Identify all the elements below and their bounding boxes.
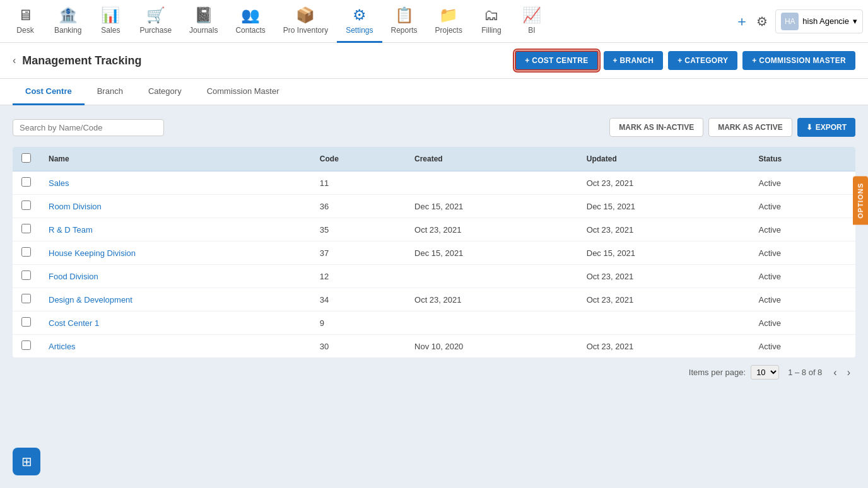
- nav-item-bi[interactable]: 📈 BI: [512, 0, 552, 43]
- nav-item-projects[interactable]: 📁 Projects: [426, 0, 471, 43]
- export-button[interactable]: ⬇ EXPORT: [797, 118, 855, 137]
- nav-item-journals[interactable]: 📓 Journals: [180, 0, 226, 43]
- nav-right: ＋ ⚙ HA hish Agencie ▾: [735, 9, 863, 33]
- toolbar: MARK AS IN-ACTIVE MARK AS ACTIVE ⬇ EXPOR…: [13, 118, 855, 137]
- add-button[interactable]: ＋: [735, 12, 749, 31]
- mark-active-button[interactable]: MARK AS ACTIVE: [708, 118, 792, 137]
- add-category-button[interactable]: + CATEGORY: [668, 51, 737, 70]
- nav-label-contacts: Contacts: [235, 26, 265, 35]
- tab-category[interactable]: Category: [136, 79, 194, 105]
- nav-item-contacts[interactable]: 👥 Contacts: [226, 0, 274, 43]
- table-row: Cost Center 1 9 Active: [13, 311, 855, 335]
- row-updated: Dec 15, 2021: [578, 241, 750, 265]
- add-commission-master-button[interactable]: + COMMISSION MASTER: [742, 51, 855, 70]
- row-name[interactable]: Food Division: [40, 265, 311, 288]
- nav-label-filling: Filling: [481, 26, 501, 35]
- table-row: Design & Development 34 Oct 23, 2021 Oct…: [13, 288, 855, 311]
- row-checkbox[interactable]: [21, 270, 31, 280]
- row-checkbox[interactable]: [21, 317, 31, 327]
- row-updated: [578, 311, 750, 335]
- back-button[interactable]: ‹: [13, 55, 16, 66]
- row-updated: Oct 23, 2021: [578, 171, 750, 195]
- select-all-checkbox[interactable]: [21, 153, 31, 163]
- row-code: 9: [311, 311, 406, 335]
- row-created: [406, 265, 578, 288]
- prev-page-button[interactable]: ‹: [831, 367, 839, 378]
- row-created: [406, 311, 578, 335]
- row-status: Active: [749, 288, 855, 311]
- nav-item-reports[interactable]: 📋 Reports: [382, 0, 426, 43]
- row-created: Oct 23, 2021: [406, 218, 578, 241]
- row-name[interactable]: Sales: [40, 171, 311, 195]
- next-page-button[interactable]: ›: [845, 367, 853, 378]
- tab-commission-master[interactable]: Commission Master: [194, 79, 292, 105]
- title-area: ‹ Management Tracking: [13, 54, 141, 67]
- tabs-bar: Cost Centre Branch Category Commission M…: [0, 79, 868, 105]
- mark-inactive-button[interactable]: MARK AS IN-ACTIVE: [609, 118, 703, 137]
- tab-branch[interactable]: Branch: [85, 79, 136, 105]
- journals-icon: 📓: [194, 6, 213, 24]
- header-code: Code: [311, 147, 406, 171]
- page-title: Management Tracking: [22, 54, 141, 67]
- search-input[interactable]: [20, 123, 157, 132]
- row-code: 34: [311, 288, 406, 311]
- user-name: hish Agencie: [802, 16, 849, 26]
- nav-item-purchase[interactable]: 🛒 Purchase: [131, 0, 180, 43]
- gear-icon[interactable]: ⚙: [756, 14, 768, 29]
- user-menu[interactable]: HA hish Agencie ▾: [775, 9, 863, 33]
- chevron-down-icon: ▾: [853, 16, 857, 26]
- nav-item-sales[interactable]: 📊 Sales: [90, 0, 131, 43]
- row-status: Active: [749, 241, 855, 265]
- add-branch-button[interactable]: + BRANCH: [604, 51, 664, 70]
- row-checkbox[interactable]: [21, 294, 31, 303]
- row-checkbox-cell: [13, 288, 40, 311]
- nav-item-banking[interactable]: 🏦 Banking: [45, 0, 90, 43]
- items-per-page-select[interactable]: 10 25 50: [751, 365, 779, 380]
- row-code: 36: [311, 195, 406, 218]
- add-cost-centre-button[interactable]: + COST CENTRE: [515, 50, 598, 71]
- row-checkbox[interactable]: [21, 247, 31, 257]
- row-checkbox[interactable]: [21, 177, 31, 187]
- projects-icon: 📁: [439, 6, 458, 24]
- row-status: Active: [749, 311, 855, 335]
- row-name[interactable]: R & D Team: [40, 218, 311, 241]
- pro-inventory-icon: 📦: [296, 6, 315, 24]
- row-name[interactable]: Room Division: [40, 195, 311, 218]
- nav-item-pro-inventory[interactable]: 📦 Pro Inventory: [274, 0, 337, 43]
- pagination-range: 1 – 8 of 8: [788, 368, 822, 377]
- banking-icon: 🏦: [59, 6, 78, 24]
- row-status: Active: [749, 218, 855, 241]
- nav-item-settings[interactable]: ⚙ Settings: [337, 0, 382, 43]
- row-status: Active: [749, 195, 855, 218]
- row-checkbox-cell: [13, 171, 40, 195]
- row-checkbox[interactable]: [21, 224, 31, 233]
- row-checkbox[interactable]: [21, 340, 31, 350]
- row-checkbox-cell: [13, 311, 40, 335]
- nav-label-journals: Journals: [189, 26, 218, 35]
- row-created: Dec 15, 2021: [406, 241, 578, 265]
- top-navigation: 🖥 Desk 🏦 Banking 📊 Sales 🛒 Purchase 📓 Jo…: [0, 0, 868, 43]
- row-status: Active: [749, 265, 855, 288]
- table-row: House Keeping Division 37 Dec 15, 2021 D…: [13, 241, 855, 265]
- table-header-row: Name Code Created Updated Status: [13, 147, 855, 171]
- row-name[interactable]: House Keeping Division: [40, 241, 311, 265]
- search-box[interactable]: [13, 119, 164, 136]
- nav-label-banking: Banking: [54, 26, 81, 35]
- nav-item-desk[interactable]: 🖥 Desk: [5, 0, 45, 43]
- nav-label-settings: Settings: [346, 26, 373, 35]
- row-created: Nov 10, 2020: [406, 335, 578, 358]
- row-checkbox-cell: [13, 335, 40, 358]
- row-name[interactable]: Articles: [40, 335, 311, 358]
- row-checkbox-cell: [13, 241, 40, 265]
- row-checkbox[interactable]: [21, 200, 31, 210]
- nav-label-reports: Reports: [391, 26, 418, 35]
- page-header: ‹ Management Tracking + COST CENTRE + BR…: [0, 43, 868, 79]
- options-tab[interactable]: OPTIONS: [853, 177, 868, 225]
- table-row: Sales 11 Oct 23, 2021 Active: [13, 171, 855, 195]
- tab-cost-centre[interactable]: Cost Centre: [13, 79, 85, 105]
- row-name[interactable]: Cost Center 1: [40, 311, 311, 335]
- nav-item-filling[interactable]: 🗂 Filling: [471, 0, 512, 43]
- row-updated: Oct 23, 2021: [578, 218, 750, 241]
- row-name[interactable]: Design & Development: [40, 288, 311, 311]
- nav-label-bi: BI: [528, 26, 535, 35]
